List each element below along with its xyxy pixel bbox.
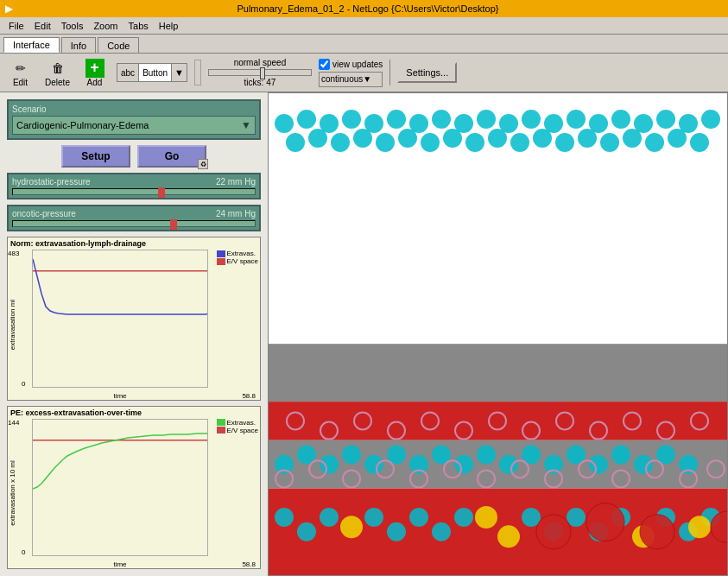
menu-help[interactable]: Help — [154, 21, 184, 31]
svg-point-49 — [342, 446, 361, 465]
svg-point-28 — [308, 129, 327, 148]
hydrostatic-label: hydrostatic-pressure — [12, 177, 212, 187]
chart2-x-max: 58.8 — [242, 560, 256, 568]
chart2-y-max: 144 — [8, 419, 19, 427]
chart1: Norm: extravasation-lymph-drainage 483 0… — [7, 237, 261, 401]
view-updates-area: view updates continuous ▼ — [319, 59, 383, 87]
speed-mode-arrow: ▼ — [363, 74, 371, 84]
scenario-group: Scenario Cardiogenic-Pulmonary-Edema ▼ — [7, 99, 261, 140]
svg-point-10 — [342, 110, 361, 129]
scenario-dropdown[interactable]: Cardiogenic-Pulmonary-Edema ▼ — [12, 116, 256, 135]
speed-mode-select[interactable]: continuous ▼ — [319, 72, 383, 87]
menu-file[interactable]: File — [3, 21, 29, 31]
svg-point-37 — [510, 133, 529, 152]
menu-edit[interactable]: Edit — [29, 21, 56, 31]
chart2-title: PE: excess-extravasation-over-time — [8, 407, 260, 419]
menu-tools[interactable]: Tools — [56, 21, 89, 31]
svg-point-71 — [432, 522, 451, 541]
chart2-y-label: extravasation x 10 ml — [9, 460, 16, 526]
oncotic-slider-group: oncotic-pressure 24 mm Hg — [7, 205, 261, 231]
svg-point-65 — [275, 508, 294, 527]
chart1-legend: Extravas. E/V space — [217, 250, 258, 265]
svg-point-7 — [275, 114, 294, 133]
main-content: Scenario Cardiogenic-Pulmonary-Edema ▼ S… — [0, 92, 728, 576]
widget-dropdown-arrow[interactable]: ▼ — [171, 64, 187, 81]
svg-point-43 — [645, 133, 664, 152]
speed-slider[interactable] — [208, 69, 312, 76]
svg-point-18 — [522, 110, 541, 129]
chart1-y-min: 0 — [22, 380, 25, 388]
chart2-extravas-label: Extravas. — [227, 419, 256, 427]
speed-control: normal speed ticks: 47 — [208, 58, 312, 87]
chart1-x-max: 58.8 — [242, 392, 256, 400]
window-title: Pulmonary_Edema_01_2 - NetLogo {C:\Users… — [13, 3, 723, 14]
menu-tabs[interactable]: Tabs — [123, 21, 154, 31]
control-buttons: Setup Go ♻ — [7, 145, 261, 168]
svg-point-22 — [611, 110, 630, 129]
tab-bar: Interface Info Code — [0, 35, 728, 54]
svg-point-38 — [533, 129, 552, 148]
svg-point-39 — [555, 133, 574, 152]
svg-point-61 — [611, 446, 630, 465]
svg-point-88 — [640, 515, 674, 549]
widget-type-select[interactable]: abc Button ▼ — [117, 63, 187, 82]
svg-point-68 — [364, 508, 383, 527]
toolbar-separator — [389, 60, 390, 85]
svg-point-14 — [432, 110, 451, 129]
svg-point-69 — [387, 522, 406, 541]
oncotic-thumb[interactable] — [170, 219, 177, 230]
chart1-title: Norm: extravasation-lymph-drainage — [8, 237, 260, 250]
toolbar: ✏ Edit 🗑 Delete + Add abc Button ▼ norma… — [0, 54, 728, 92]
svg-point-82 — [475, 506, 497, 529]
svg-point-60 — [589, 455, 608, 474]
right-panel — [268, 92, 728, 576]
svg-point-66 — [297, 522, 316, 541]
speed-slider-thumb[interactable] — [260, 67, 265, 79]
title-arrow: ▶ — [5, 3, 13, 15]
scenario-label: Scenario — [12, 104, 256, 114]
settings-button[interactable]: Settings... — [397, 62, 457, 83]
svg-point-44 — [668, 129, 687, 148]
tab-interface[interactable]: Interface — [3, 37, 60, 53]
chart2-svg — [32, 419, 208, 557]
oncotic-value: 24 mm Hg — [216, 209, 256, 218]
tab-info[interactable]: Info — [61, 37, 96, 53]
chart1-extravas-label: Extravas. — [227, 250, 256, 257]
svg-point-20 — [567, 110, 586, 129]
svg-point-42 — [623, 129, 642, 148]
chart1-y-max: 483 — [8, 250, 19, 257]
view-updates-label[interactable]: view updates — [319, 59, 383, 70]
setup-button[interactable]: Setup — [61, 145, 130, 168]
svg-point-31 — [376, 133, 395, 152]
widget-name: Button — [139, 68, 171, 78]
scenario-value: Cardiogenic-Pulmonary-Edema — [16, 120, 149, 130]
chart2-ev-color — [217, 427, 225, 434]
go-button[interactable]: Go — [137, 145, 206, 168]
svg-point-81 — [340, 516, 363, 538]
slider-handle[interactable] — [194, 60, 201, 85]
scenario-dropdown-arrow: ▼ — [241, 119, 251, 131]
svg-point-85 — [688, 516, 711, 538]
svg-point-87 — [586, 503, 624, 541]
svg-rect-3 — [269, 344, 727, 402]
svg-point-12 — [387, 110, 406, 129]
hydrostatic-thumb[interactable] — [158, 187, 165, 198]
svg-point-54 — [454, 455, 473, 474]
hydrostatic-slider[interactable] — [12, 188, 256, 195]
oncotic-slider[interactable] — [12, 220, 256, 227]
delete-button[interactable]: 🗑 Delete — [42, 59, 73, 87]
svg-point-30 — [353, 129, 372, 148]
svg-point-40 — [578, 129, 597, 148]
svg-point-8 — [297, 110, 316, 129]
svg-point-34 — [443, 129, 462, 148]
tab-code[interactable]: Code — [98, 37, 139, 53]
svg-point-35 — [465, 133, 484, 152]
view-updates-checkbox[interactable] — [319, 59, 330, 70]
chart1-extravas-color — [217, 250, 225, 257]
chart1-ev-color — [217, 258, 225, 265]
edit-button[interactable]: ✏ Edit — [5, 59, 35, 87]
visualization — [269, 93, 727, 575]
chart1-x-label: time — [113, 392, 126, 400]
add-button[interactable]: + Add — [79, 59, 110, 87]
menu-zoom[interactable]: Zoom — [88, 21, 123, 31]
